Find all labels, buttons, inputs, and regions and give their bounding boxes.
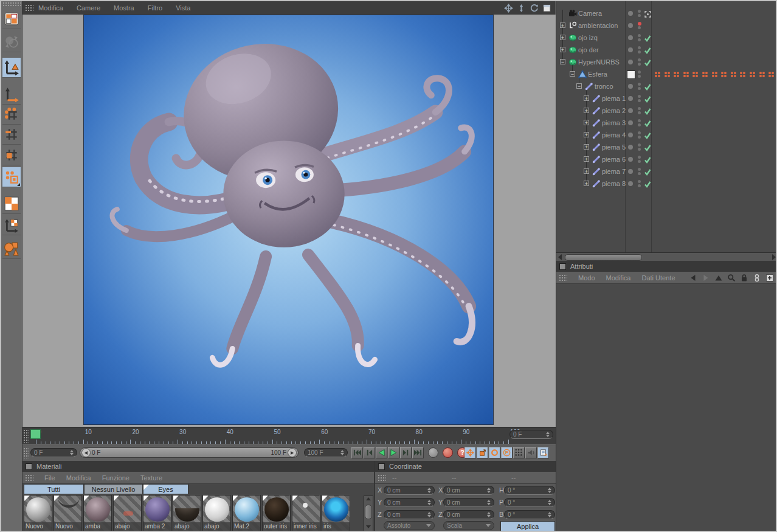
spinner-arrows[interactable]: [548, 500, 551, 505]
scroll-right-icon[interactable]: [772, 254, 776, 260]
lock-icon[interactable]: [740, 274, 748, 282]
keyframe-dot[interactable]: [759, 72, 762, 74]
visibility-dot-top[interactable]: [638, 119, 641, 122]
keyframe-dot[interactable]: [665, 75, 667, 77]
forward-icon[interactable]: [702, 274, 710, 282]
keyframe-dot[interactable]: [734, 75, 736, 77]
coord-field-y0[interactable]: 0 cm: [384, 498, 435, 507]
rotate-icon[interactable]: [530, 4, 539, 13]
attributes-header[interactable]: Attributi: [556, 261, 777, 272]
layer-dot[interactable]: [628, 60, 633, 64]
timeline-frame-field[interactable]: 0 F: [509, 430, 553, 439]
visibility-dot-bottom[interactable]: [638, 111, 641, 114]
apply-button[interactable]: Applica: [500, 521, 555, 532]
expand-toggle[interactable]: +: [584, 108, 589, 113]
keyframe-dot[interactable]: [768, 75, 771, 77]
go-end-button[interactable]: [412, 447, 424, 458]
keyframe-dot[interactable]: [677, 72, 679, 74]
keyframe-dot[interactable]: [665, 72, 667, 74]
tool-texture-mode[interactable]: [2, 194, 21, 214]
visibility-dot-top[interactable]: [638, 168, 641, 171]
enabled-check-icon[interactable]: [644, 83, 652, 91]
layer-dot[interactable]: [628, 11, 633, 16]
object-label[interactable]: HyperNURBS: [578, 58, 620, 66]
visibility-dot-bottom[interactable]: [638, 160, 641, 163]
keyframe-dot[interactable]: [686, 75, 689, 77]
tool-use-polygon-tool[interactable]: [2, 145, 21, 165]
attr-menu-modo[interactable]: Modo: [578, 274, 595, 282]
keyframe-dot[interactable]: [686, 72, 689, 74]
search-icon[interactable]: [727, 274, 736, 282]
prev-key-button[interactable]: [364, 447, 375, 458]
keyframe-dot[interactable]: [712, 75, 714, 77]
object-label[interactable]: piema 5: [602, 143, 626, 151]
keyframe-dot[interactable]: [759, 75, 762, 77]
layer-dot[interactable]: [628, 181, 633, 186]
material-abajo[interactable]: abajo: [173, 495, 201, 531]
layer-dot[interactable]: [628, 35, 633, 40]
material-abajo[interactable]: abajo: [202, 495, 231, 531]
spinner-arrows[interactable]: [546, 432, 550, 437]
scroll-left-icon[interactable]: [558, 254, 562, 260]
expand-toggle[interactable]: +: [584, 132, 589, 137]
attr-menu-modifica[interactable]: Modifica: [606, 274, 631, 282]
layer-dot[interactable]: [628, 120, 633, 125]
object-label[interactable]: piema 1: [602, 95, 626, 102]
visibility-dot-top[interactable]: [638, 107, 641, 110]
keyframe-dot[interactable]: [668, 72, 670, 74]
expand-toggle[interactable]: +: [584, 95, 589, 101]
layer-dot[interactable]: [628, 96, 633, 101]
attr-menu-dati-utente[interactable]: Dati Utente: [642, 274, 675, 282]
layer-dot[interactable]: [628, 157, 633, 162]
tab-nessun-livello[interactable]: Nessun Livello: [84, 484, 143, 494]
enabled-check-icon[interactable]: [644, 180, 652, 188]
current-frame-spinner[interactable]: 0 F: [30, 448, 77, 457]
visibility-dot-bottom[interactable]: [638, 75, 641, 78]
keyframe-dot[interactable]: [731, 75, 733, 77]
key-pla-toggle[interactable]: [513, 447, 525, 458]
play-forward-button[interactable]: [388, 447, 399, 458]
record-keyframe-button[interactable]: [428, 447, 438, 458]
expand-toggle[interactable]: +: [584, 144, 589, 150]
material-abajo[interactable]: abajo: [113, 495, 142, 531]
enabled-check-icon[interactable]: [644, 131, 652, 139]
object-label[interactable]: Camera: [578, 10, 602, 17]
visibility-dot-top[interactable]: [638, 95, 641, 98]
enabled-check-icon[interactable]: [644, 156, 652, 164]
object-label[interactable]: ojo der: [578, 46, 599, 54]
expand-toggle[interactable]: −: [576, 83, 582, 89]
coord-field-z0[interactable]: 0 cm: [384, 510, 435, 519]
keyframe-dot[interactable]: [715, 75, 717, 77]
keyframe-dot[interactable]: [705, 72, 708, 74]
coord-field-z1[interactable]: 0 cm: [443, 510, 494, 519]
spinner-arrows[interactable]: [487, 512, 491, 517]
keyframe-dot[interactable]: [674, 75, 676, 77]
material-iris[interactable]: iris: [322, 495, 350, 531]
selection-square[interactable]: [627, 71, 635, 79]
next-key-button[interactable]: [400, 447, 412, 458]
keyframe-dot[interactable]: [702, 72, 705, 74]
layer-dot[interactable]: [628, 169, 633, 174]
tool-make-editable[interactable]: [2, 9, 21, 29]
coord-field-h2[interactable]: 0 °: [504, 486, 555, 495]
spinner-arrows[interactable]: [70, 450, 74, 455]
transport-drag-handle[interactable]: [23, 447, 29, 458]
material-Nuovo[interactable]: Nuovo: [54, 495, 82, 531]
visibility-dot-bottom[interactable]: [638, 50, 641, 54]
range-right-cap[interactable]: [288, 448, 297, 457]
visibility-dot-bottom[interactable]: [638, 123, 641, 126]
menu-vista[interactable]: Vista: [176, 4, 190, 12]
expand-toggle[interactable]: +: [560, 35, 565, 40]
menu-filtro[interactable]: Filtro: [148, 4, 162, 12]
spinner-arrows[interactable]: [487, 500, 491, 505]
keyframe-dot[interactable]: [692, 75, 695, 77]
visibility-dot-bottom[interactable]: [638, 87, 641, 90]
tool-object-display-mode[interactable]: [2, 239, 21, 259]
attr-drag-handle[interactable]: [559, 274, 567, 282]
material-amba[interactable]: amba: [83, 495, 112, 531]
dolly-icon[interactable]: [517, 4, 526, 13]
visibility-dot-top[interactable]: [638, 10, 641, 13]
visibility-dot-top[interactable]: [638, 71, 641, 74]
spinner-arrows[interactable]: [548, 488, 551, 493]
key-rotation-toggle[interactable]: [489, 447, 500, 458]
